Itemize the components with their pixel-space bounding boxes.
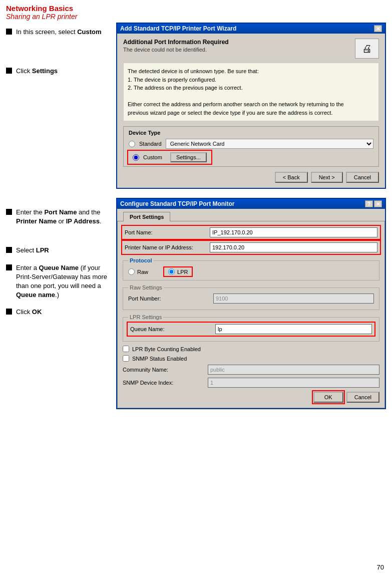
next-button[interactable]: Next >: [311, 172, 343, 183]
snmp-status-row: SNMP Status Enabled: [123, 355, 379, 362]
queue-name-label: Queue Name:: [130, 326, 215, 332]
section-dialog2: Enter the Port Name and the Printer Name…: [6, 198, 386, 411]
community-name-input: [208, 365, 379, 375]
port-number-row: Port Number:: [128, 294, 374, 304]
lpr-keyword: LPR: [36, 246, 49, 254]
dialog2-titlebar: Configure Standard TCP/IP Port Monitor ?…: [117, 199, 385, 209]
dialog1-close-btn[interactable]: ✕: [374, 25, 382, 32]
protocol-group: Protocol Raw LPR: [123, 257, 379, 280]
bullet-icon-2: [6, 68, 12, 74]
custom-radio-row: Custom Settings...: [129, 151, 211, 163]
custom-label: Custom: [143, 154, 162, 160]
bullet-text-2: Click Settings: [16, 67, 58, 76]
dialog1-header-bold: Additional Port Information Required: [123, 39, 229, 46]
standard-radio[interactable]: [129, 141, 135, 147]
lpr-radio-item: LPR: [163, 266, 193, 277]
dialog1-header-section: Additional Port Information Required The…: [123, 39, 379, 59]
dialog2-help-btn[interactable]: ?: [365, 200, 373, 207]
dialog1-info-box: The detected device is of unknown type. …: [123, 63, 379, 121]
dialog1-header-text: Additional Port Information Required The…: [123, 39, 229, 53]
cancel-button-2[interactable]: Cancel: [346, 392, 379, 403]
page-number: 70: [377, 563, 384, 571]
dialog2-controls: ? ✕: [365, 200, 382, 207]
standard-radio-row: Standard Generic Network Card: [129, 139, 373, 149]
protocol-radio-row: Raw LPR: [128, 266, 374, 277]
printer-icon: 🖨: [355, 39, 379, 59]
right-col-1: Add Standard TCP/IP Printer Port Wizard …: [116, 23, 386, 191]
back-button[interactable]: < Back: [275, 172, 308, 183]
dialog2-tab-container: Port Settings: [117, 209, 385, 221]
queue-name-input[interactable]: [215, 324, 372, 334]
snmp-status-checkbox[interactable]: [123, 355, 129, 362]
dialog-1: Add Standard TCP/IP Printer Port Wizard …: [116, 23, 386, 189]
bullet-item-5: Enter a Queue Name (if your Print-Server…: [6, 263, 111, 300]
port-number-input: [213, 294, 374, 304]
bullet-icon-3: [6, 209, 12, 215]
ok-button[interactable]: OK: [313, 392, 343, 403]
community-name-label: Community Name:: [123, 367, 208, 373]
raw-settings-group: Raw Settings Port Number:: [123, 284, 379, 310]
protocol-legend: Protocol: [128, 257, 154, 263]
raw-radio-item: Raw: [128, 268, 148, 275]
standard-label: Standard: [139, 141, 162, 147]
ip-address-keyword: IP Address: [66, 217, 100, 225]
lpr-byte-counting-label: LPR Byte Counting Enabled: [132, 346, 201, 352]
section-dialog1: In this screen, select Custom Click Sett…: [6, 23, 386, 191]
port-number-label: Port Number:: [128, 296, 213, 302]
bullet-icon-4: [6, 247, 12, 253]
bullet-item-2: Click Settings: [6, 67, 111, 76]
settings-keyword: Settings: [32, 67, 58, 75]
bullet-icon-1: [6, 29, 12, 35]
dialog2-close-btn[interactable]: ✕: [374, 200, 382, 207]
bullet-icon-6: [6, 309, 12, 315]
custom-radio[interactable]: [133, 154, 139, 161]
snmp-device-index-row: SNMP Device Index:: [123, 378, 379, 388]
cancel-button-1[interactable]: Cancel: [346, 172, 379, 183]
left-col-2: Enter the Port Name and the Printer Name…: [6, 198, 116, 327]
dialog2-content: Port Settings Port Name: Printer Name or…: [117, 209, 385, 408]
dialog-2: Configure Standard TCP/IP Port Monitor ?…: [116, 198, 386, 409]
port-name-row: Port Name:: [123, 226, 379, 238]
raw-radio[interactable]: [128, 268, 135, 275]
port-settings-tab[interactable]: Port Settings: [123, 212, 170, 221]
dialog1-content: Additional Port Information Required The…: [117, 34, 385, 188]
port-name-label: Port Name:: [125, 229, 210, 235]
printer-name-keyword: Printer Name: [16, 217, 57, 225]
dialog1-controls: ✕: [374, 25, 382, 32]
generic-network-dropdown[interactable]: Generic Network Card: [166, 139, 373, 149]
dialog1-info-text: The detected device is of unknown type. …: [128, 68, 344, 116]
snmp-device-index-input: [208, 378, 379, 388]
dialog1-footer: < Back Next > Cancel: [123, 172, 379, 183]
dialog2-footer: OK Cancel: [123, 392, 379, 403]
bullet-text-6: Click OK: [16, 308, 42, 317]
community-name-row: Community Name:: [123, 365, 379, 375]
device-type-group: Device Type Standard Generic Network Car…: [123, 126, 379, 167]
bullet-text-3: Enter the Port Name and the Printer Name…: [16, 208, 111, 226]
bullet-icon-5: [6, 264, 12, 270]
bullet-item-6: Click OK: [6, 308, 111, 317]
lpr-settings-group: LPR Settings Queue Name:: [123, 314, 379, 342]
left-col-1: In this screen, select Custom Click Sett…: [6, 23, 116, 191]
bullet-item-4: Select LPR: [6, 246, 111, 255]
raw-label: Raw: [137, 269, 148, 275]
queue-name-keyword: Queue Name: [39, 264, 79, 271]
printer-name-label: Printer Name or IP Address:: [125, 244, 210, 250]
snmp-status-label: SNMP Status Enabled: [132, 356, 187, 362]
lpr-byte-counting-checkbox[interactable]: [123, 346, 129, 352]
queue-name-row: Queue Name:: [128, 323, 374, 335]
ok-keyword: OK: [32, 308, 42, 316]
printer-name-input[interactable]: [210, 242, 377, 252]
dialog1-title: Add Standard TCP/IP Printer Port Wizard: [120, 25, 374, 32]
device-type-label: Device Type: [129, 130, 373, 136]
queue-name-keyword2: Queue name: [16, 291, 55, 299]
port-name-input[interactable]: [210, 227, 377, 237]
page-title-networking: Networking Basics: [6, 4, 386, 13]
lpr-radio[interactable]: [168, 268, 175, 275]
bullet-text-5: Enter a Queue Name (if your Print-Server…: [16, 263, 111, 300]
raw-settings-legend: Raw Settings: [128, 284, 164, 291]
right-col-2: Configure Standard TCP/IP Port Monitor ?…: [116, 198, 386, 411]
port-name-keyword: Port Name: [44, 208, 77, 216]
printer-name-row: Printer Name or IP Address:: [123, 241, 379, 253]
lpr-settings-legend: LPR Settings: [128, 314, 163, 320]
settings-button[interactable]: Settings...: [170, 152, 207, 162]
